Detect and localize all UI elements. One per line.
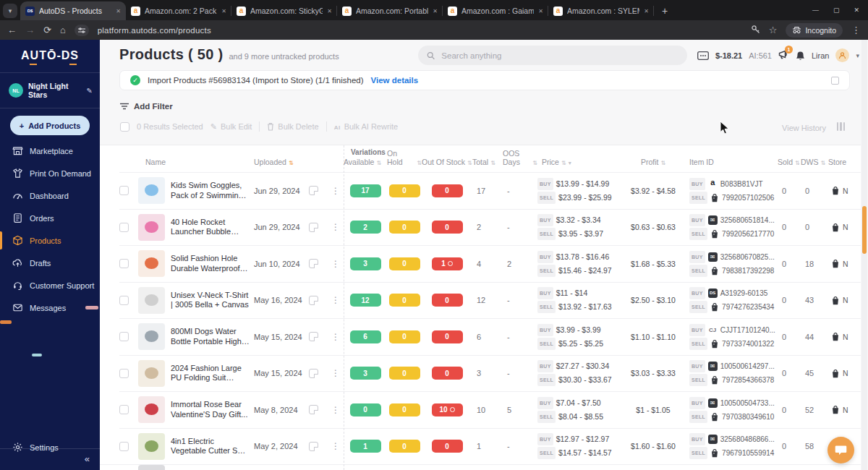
col-oos-days[interactable]: OOS Days⇅ bbox=[503, 149, 537, 168]
sell-item-id[interactable]: 7992057102506 bbox=[722, 192, 774, 203]
out-of-stock-badge[interactable]: 1 bbox=[432, 257, 463, 270]
on-hold-badge[interactable]: 0 bbox=[389, 294, 420, 307]
on-hold-badge[interactable]: 0 bbox=[389, 257, 420, 270]
view-details-link[interactable]: View details bbox=[371, 76, 419, 85]
buy-item-id[interactable]: 325680486866... bbox=[720, 434, 775, 445]
bulk-ai-rewrite-button[interactable]: Bulk AI Rewrite bbox=[334, 122, 399, 131]
store-selector[interactable]: NL Night Light Stars ✎ bbox=[0, 80, 100, 101]
product-name[interactable]: Immortal Rose Bear Valentine'S Day Gift.… bbox=[171, 400, 250, 419]
tab-close-icon[interactable]: ✕ bbox=[221, 8, 226, 14]
bulk-delete-button[interactable]: Bulk Delete bbox=[267, 122, 318, 131]
col-uploaded[interactable]: Uploaded⇅ bbox=[254, 158, 309, 168]
bookmark-star-icon[interactable]: ☆ bbox=[769, 25, 778, 35]
bell-icon[interactable] bbox=[796, 51, 805, 61]
row-menu-button[interactable]: ⋮ bbox=[328, 368, 344, 378]
col-on-hold[interactable]: On Hold⇅ bbox=[387, 149, 422, 168]
browser-tab[interactable]: Amazon.com: 2 Pack Pool Floa ✕ bbox=[126, 1, 231, 20]
available-badge[interactable]: 2 bbox=[350, 221, 381, 234]
buy-item-id[interactable]: A31929-60135 bbox=[720, 288, 768, 299]
col-name[interactable]: Name bbox=[138, 158, 254, 168]
available-badge[interactable]: 6 bbox=[350, 330, 381, 343]
on-hold-badge[interactable]: 0 bbox=[389, 440, 420, 453]
row-menu-button[interactable]: ⋮ bbox=[328, 405, 344, 415]
col-sold[interactable]: Sold⇅ bbox=[778, 158, 801, 168]
note-icon[interactable] bbox=[309, 332, 318, 341]
user-menu-chevron-icon[interactable]: ▾ bbox=[856, 52, 859, 59]
buy-item-id[interactable]: 325680670825... bbox=[720, 252, 775, 262]
tab-close-icon[interactable]: ✕ bbox=[644, 8, 649, 14]
product-thumbnail[interactable] bbox=[138, 323, 165, 350]
wallet-icon[interactable] bbox=[697, 51, 709, 60]
sidebar-item-marketplace[interactable]: Marketplace bbox=[0, 140, 100, 162]
note-icon[interactable] bbox=[309, 223, 318, 232]
col-available[interactable]: Available⇅ bbox=[344, 158, 387, 168]
tab-close-icon[interactable]: ✕ bbox=[116, 8, 121, 14]
sell-item-id[interactable]: 7992056217770 bbox=[722, 228, 774, 239]
back-button[interactable]: ← bbox=[7, 25, 17, 35]
window-close-button[interactable]: ✕ bbox=[854, 7, 859, 14]
url-field[interactable]: platform.autods.com/products bbox=[98, 26, 742, 35]
on-hold-badge[interactable]: 0 bbox=[389, 367, 420, 380]
product-thumbnail[interactable] bbox=[138, 360, 165, 387]
out-of-stock-badge[interactable]: 0 bbox=[432, 184, 463, 197]
page-scrollbar[interactable] bbox=[861, 40, 867, 470]
edit-store-icon[interactable]: ✎ bbox=[87, 87, 93, 95]
product-name[interactable]: 800Ml Dogs Water Bottle Portable High Ca… bbox=[171, 327, 250, 346]
available-badge[interactable]: 12 bbox=[350, 294, 381, 307]
row-menu-button[interactable]: ⋮ bbox=[328, 186, 344, 196]
window-maximize-button[interactable]: ▢ bbox=[833, 7, 840, 14]
column-settings-icon[interactable] bbox=[837, 122, 846, 131]
buy-item-id[interactable]: 100500504733... bbox=[720, 398, 775, 409]
browser-tab[interactable]: Amazon.com : Gaiam Dumbbel ✕ bbox=[443, 1, 548, 20]
out-of-stock-badge[interactable]: 0 bbox=[432, 330, 463, 343]
forward-button[interactable]: → bbox=[25, 25, 35, 35]
on-hold-badge[interactable]: 0 bbox=[389, 221, 420, 234]
sidebar-item-orders[interactable]: Orders bbox=[0, 207, 100, 229]
add-filter-button[interactable]: Add Filter bbox=[120, 102, 173, 111]
browser-tab[interactable]: AutoDS - Products ✕ bbox=[20, 1, 126, 20]
row-checkbox[interactable] bbox=[119, 369, 129, 378]
sidebar-item-products[interactable]: Products bbox=[0, 229, 100, 252]
note-icon[interactable] bbox=[309, 186, 318, 195]
browser-menu-icon[interactable]: ⋮ bbox=[851, 25, 861, 35]
product-name[interactable]: Unisex V-Neck T-Shirt | 3005 Bella + Can… bbox=[171, 291, 250, 310]
available-badge[interactable]: 0 bbox=[350, 403, 381, 416]
product-thumbnail[interactable] bbox=[138, 214, 165, 241]
view-history-button[interactable]: View History bbox=[782, 124, 826, 132]
banner-panel-icon[interactable] bbox=[831, 77, 839, 85]
product-thumbnail[interactable] bbox=[138, 287, 165, 314]
select-all-checkbox[interactable] bbox=[120, 122, 129, 132]
product-name[interactable]: 2024 Fashion Large PU Folding Suit Stora… bbox=[171, 364, 250, 383]
buy-item-id[interactable]: 325680651814... bbox=[720, 215, 775, 226]
tab-close-icon[interactable]: ✕ bbox=[327, 8, 332, 14]
product-name[interactable]: Solid Fashion Hole Durable Waterproof Be… bbox=[171, 254, 250, 273]
scrollbar-thumb[interactable] bbox=[862, 206, 867, 254]
row-checkbox[interactable] bbox=[119, 332, 129, 341]
user-avatar[interactable] bbox=[835, 48, 849, 62]
row-menu-button[interactable]: ⋮ bbox=[328, 259, 344, 269]
note-icon[interactable] bbox=[309, 296, 318, 305]
on-hold-badge[interactable]: 0 bbox=[389, 184, 420, 197]
tab-search-button[interactable]: ▾ bbox=[3, 4, 17, 18]
on-hold-badge[interactable]: 0 bbox=[389, 330, 420, 343]
sell-item-id[interactable]: 7974276235434 bbox=[722, 302, 774, 312]
reload-button[interactable]: ⟳ bbox=[43, 25, 51, 35]
bulk-edit-button[interactable]: ✎ Bulk Edit bbox=[210, 122, 252, 132]
sidebar-item-drafts[interactable]: Drafts bbox=[0, 252, 100, 274]
announcements-button[interactable]: 1 bbox=[778, 49, 789, 62]
out-of-stock-badge[interactable]: 0 bbox=[432, 294, 463, 307]
search-bar[interactable] bbox=[418, 46, 687, 65]
buy-item-id[interactable]: B083B81VJT bbox=[720, 179, 763, 189]
row-checkbox[interactable] bbox=[119, 223, 129, 232]
sidebar-item-dashboard[interactable]: Dashboard bbox=[0, 184, 100, 207]
note-icon[interactable] bbox=[309, 405, 318, 414]
sell-item-id[interactable]: 7967910559914 bbox=[722, 448, 774, 458]
available-badge[interactable]: 17 bbox=[350, 184, 381, 197]
chat-support-button[interactable] bbox=[827, 437, 854, 463]
product-thumbnail[interactable] bbox=[138, 177, 165, 204]
browser-tab[interactable]: Amazon.com: StickyGrippy Suct ✕ bbox=[231, 1, 337, 20]
buy-item-id[interactable]: CJJT17101240... bbox=[720, 325, 775, 336]
col-out-of-stock[interactable]: Out Of Stock⇅ bbox=[422, 158, 472, 168]
sell-item-id[interactable]: 7972854366378 bbox=[722, 375, 774, 385]
col-price[interactable]: Price⇅▾ bbox=[537, 158, 621, 168]
